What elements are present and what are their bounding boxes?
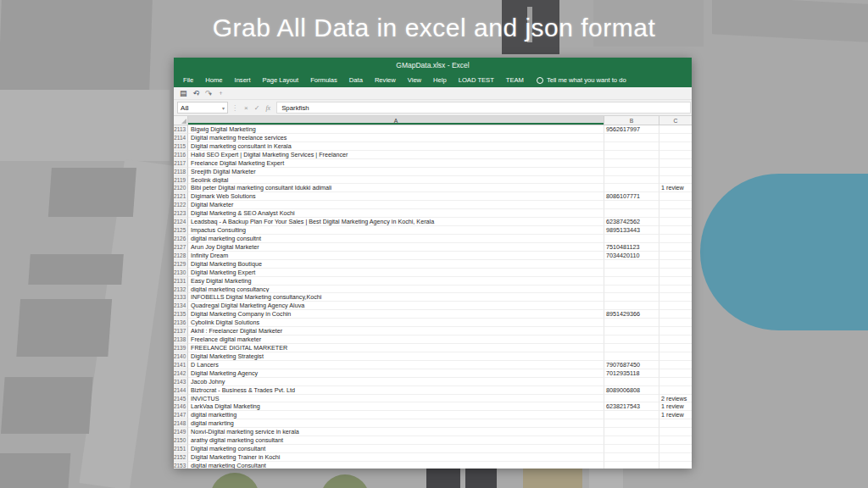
cell-reviews[interactable] — [659, 235, 692, 243]
cell-company-name[interactable]: LarkVaa Digital Marketing — [188, 402, 604, 411]
cell-reviews[interactable] — [659, 462, 692, 469]
cell-reviews[interactable] — [659, 134, 692, 142]
cell-phone[interactable] — [604, 336, 659, 344]
cell-reviews[interactable]: 2 reviews — [659, 395, 692, 403]
cell-company-name[interactable]: Arun Joy Digital Marketer — [188, 243, 604, 252]
cell-phone[interactable] — [604, 462, 659, 469]
cell-company-name[interactable]: Noxvi-Digital marketing service in keral… — [188, 428, 604, 436]
cell-phone[interactable]: 9895133443 — [604, 226, 659, 235]
row-number[interactable]: 2147 — [174, 411, 188, 419]
cell-reviews[interactable] — [659, 218, 692, 226]
select-all-corner[interactable] — [174, 116, 188, 125]
cell-company-name[interactable]: Jacob Johny — [188, 378, 604, 386]
cell-company-name[interactable]: digital marketing consultancy — [188, 286, 604, 294]
cell-company-name[interactable]: Cybolink Digital Solutions — [188, 319, 604, 327]
cell-company-name[interactable]: Digital Marketing Trainer in Kochi — [188, 453, 604, 462]
cell-phone[interactable]: 8089006808 — [604, 386, 659, 395]
row-number[interactable]: 2115 — [174, 142, 188, 151]
cell-reviews[interactable] — [659, 260, 692, 269]
cell-company-name[interactable]: D Lancers — [188, 361, 604, 369]
cell-company-name[interactable]: digital marketting — [188, 411, 604, 419]
cell-company-name[interactable]: Impactus Consulting — [188, 226, 604, 235]
cell-company-name[interactable]: Sreejith Digital Marketer — [188, 168, 604, 176]
cell-reviews[interactable]: 1 review — [659, 402, 692, 411]
row-number[interactable]: 2136 — [174, 319, 188, 327]
row-number[interactable]: 2114 — [174, 134, 188, 142]
cell-phone[interactable] — [604, 319, 659, 327]
cell-reviews[interactable] — [659, 319, 692, 327]
cell-company-name[interactable]: Infinity Dream — [188, 252, 604, 260]
row-number[interactable]: 2126 — [174, 235, 188, 243]
row-number[interactable]: 2148 — [174, 419, 188, 428]
cell-company-name[interactable]: Digital marketing consultant — [188, 445, 604, 453]
cell-company-name[interactable]: Seolink digital — [188, 176, 604, 185]
cell-reviews[interactable] — [659, 168, 692, 176]
cell-reviews[interactable]: 1 review — [659, 411, 692, 419]
cell-company-name[interactable]: Bibi peter Digital marketing consultant … — [188, 184, 604, 192]
cell-phone[interactable] — [604, 352, 659, 361]
save-icon[interactable]: ▤ — [180, 88, 187, 98]
cell-company-name[interactable]: Digital Marketer — [188, 201, 604, 209]
cell-reviews[interactable] — [659, 201, 692, 209]
row-number[interactable]: 2116 — [174, 151, 188, 159]
cell-phone[interactable] — [604, 260, 659, 269]
cell-company-name[interactable]: arathy digital marketing consultant — [188, 436, 604, 445]
cell-company-name[interactable]: Digital Marketing Agency — [188, 369, 604, 378]
cell-company-name[interactable]: Digital Marketing & SEO Analyst Kochi — [188, 209, 604, 218]
cell-phone[interactable] — [604, 344, 659, 352]
row-number[interactable]: 2149 — [174, 428, 188, 436]
cell-reviews[interactable] — [659, 142, 692, 151]
row-number[interactable]: 2139 — [174, 344, 188, 352]
cell-phone[interactable] — [604, 293, 659, 302]
cell-reviews[interactable] — [659, 310, 692, 319]
cell-company-name[interactable]: Quadregal Digital Marketing Agency Aluva — [188, 302, 604, 310]
cell-phone[interactable] — [604, 235, 659, 243]
row-number[interactable]: 2127 — [174, 243, 188, 252]
cell-reviews[interactable] — [659, 277, 692, 286]
cell-reviews[interactable] — [659, 378, 692, 386]
cell-reviews[interactable] — [659, 226, 692, 235]
ribbon-tab-file[interactable]: File — [177, 76, 199, 84]
undo-icon[interactable]: ↶▾ — [193, 88, 200, 99]
cell-reviews[interactable] — [659, 125, 692, 134]
cell-reviews[interactable] — [659, 286, 692, 294]
row-number[interactable]: 2117 — [174, 159, 188, 168]
cell-reviews[interactable] — [659, 252, 692, 260]
cell-company-name[interactable]: Akhil : Freelancer Digital Marketer — [188, 327, 604, 336]
cancel-icon[interactable]: × — [244, 104, 248, 112]
redo-icon[interactable]: ↷▾ — [205, 88, 212, 99]
ribbon-tab-home[interactable]: Home — [199, 76, 228, 84]
cell-company-name[interactable]: FREELANCE DIGITAL MARKETER — [188, 344, 604, 352]
cell-reviews[interactable] — [659, 352, 692, 361]
row-number[interactable]: 2131 — [174, 277, 188, 286]
cell-reviews[interactable] — [659, 327, 692, 336]
cell-reviews[interactable] — [659, 159, 692, 168]
cell-phone[interactable] — [604, 168, 659, 176]
row-number[interactable]: 2151 — [174, 445, 188, 453]
row-number[interactable]: 2124 — [174, 218, 188, 226]
row-number[interactable]: 2122 — [174, 201, 188, 209]
cell-phone[interactable] — [604, 436, 659, 445]
row-number[interactable]: 2125 — [174, 226, 188, 235]
cell-reviews[interactable] — [659, 436, 692, 445]
row-number[interactable]: 2143 — [174, 378, 188, 386]
cell-company-name[interactable]: Digital Marketing Strategist — [188, 352, 604, 361]
row-number[interactable]: 2135 — [174, 310, 188, 319]
row-number[interactable]: 2152 — [174, 453, 188, 462]
cell-reviews[interactable] — [659, 209, 692, 218]
cell-phone[interactable]: 9562617997 — [604, 125, 659, 134]
cell-phone[interactable]: 7012935118 — [604, 369, 659, 378]
row-number[interactable]: 2130 — [174, 269, 188, 277]
column-header-c[interactable]: C — [659, 116, 692, 125]
customize-quick-access-icon[interactable]: ＋ — [218, 88, 224, 98]
cell-phone[interactable] — [604, 201, 659, 209]
redo-dropdown-icon[interactable]: ▾ — [209, 92, 212, 97]
cell-company-name[interactable]: Bigwig Digital Marketing — [188, 125, 604, 134]
row-number[interactable]: 2138 — [174, 336, 188, 344]
row-number[interactable]: 2119 — [174, 176, 188, 185]
cell-reviews[interactable] — [659, 386, 692, 395]
cell-company-name[interactable]: digital marketing consultnt — [188, 235, 604, 243]
row-number[interactable]: 2113 — [174, 125, 188, 134]
cell-phone[interactable] — [604, 327, 659, 336]
cell-phone[interactable] — [604, 302, 659, 310]
